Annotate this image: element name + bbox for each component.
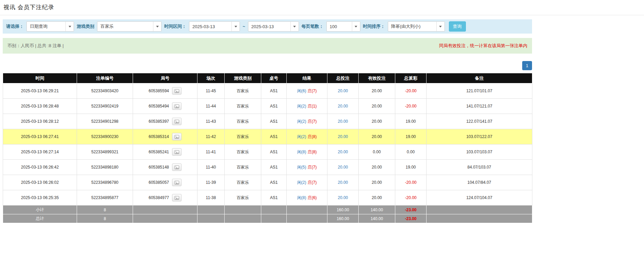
video-replay-icon	[174, 150, 179, 154]
cell-note: 103.07/103.07	[427, 144, 532, 160]
banker-result: 庄(1)	[308, 104, 317, 109]
round-id-text: 605384977	[149, 195, 169, 200]
player-result: 闲(2)	[297, 180, 306, 185]
subtotal-payout: -23.00	[395, 206, 427, 214]
round-id-text: 605385494	[149, 104, 169, 109]
column-header-result: 结果	[287, 73, 327, 83]
cell-valid-bet: 0.00	[359, 144, 395, 160]
empty-cell	[133, 214, 197, 223]
cell-table-no: AS1	[261, 175, 287, 190]
video-replay-icon	[174, 120, 179, 123]
empty-cell	[225, 206, 261, 214]
cell-bet-id: 522334899321	[77, 144, 133, 160]
round-id-text: 605385241	[149, 150, 169, 154]
table-row: 2025-03-13 06:28:48 522334902419 6053854…	[3, 99, 532, 114]
empty-cell	[197, 206, 225, 214]
cell-valid-bet: 20.00	[359, 160, 395, 175]
cell-session: 11-45	[197, 83, 225, 99]
cell-total-bet: 20.00	[327, 99, 359, 114]
video-replay-icon	[174, 135, 179, 139]
cell-game-category: 百家乐	[225, 190, 261, 206]
cell-bet-id: 522334898180	[77, 160, 133, 175]
cell-bet-id: 522334901298	[77, 114, 133, 129]
subtotal-count: 8	[77, 206, 133, 214]
bet-records-table: 时间 注单编号 局号 场次 游戏类别 桌号 结果 总投注 有效投注 总派彩 备注…	[3, 73, 532, 223]
cell-result: 闲(6)庄(7)	[287, 83, 327, 99]
cell-result: 闲(2)庄(1)	[287, 99, 327, 114]
banker-result: 庄(8)	[308, 150, 317, 154]
cell-payout: -20.00	[395, 175, 427, 190]
search-button[interactable]: 查询	[449, 21, 466, 32]
chevron-down-icon	[65, 22, 74, 31]
cell-bet-id: 522334895877	[77, 190, 133, 206]
grand-total-total-bet: 160.00	[327, 214, 359, 223]
cell-game-category: 百家乐	[225, 83, 261, 99]
cell-bet-id: 522334902419	[77, 99, 133, 114]
page-size-value: 100	[327, 24, 340, 29]
banker-result: 庄(6)	[308, 195, 317, 200]
cell-bet-id: 522334900230	[77, 129, 133, 144]
column-header-valid-bet: 有效投注	[359, 73, 395, 83]
cell-bet-id: 522334903420	[77, 83, 133, 99]
sort-order-label: 时间排序：	[363, 23, 385, 30]
page-button-1[interactable]: 1	[522, 61, 532, 70]
date-from-select[interactable]: 2025-03-13	[189, 21, 240, 32]
query-type-value: 日期查询	[27, 23, 51, 30]
query-type-label: 请选择：	[6, 23, 24, 30]
cell-game-category: 百家乐	[225, 99, 261, 114]
cell-bet-id: 522334896780	[77, 175, 133, 190]
replay-button[interactable]	[172, 194, 182, 201]
replay-button[interactable]	[172, 118, 182, 125]
date-to-select[interactable]: 2025-03-13	[248, 21, 299, 32]
cell-round-id: 605384977	[133, 190, 197, 206]
query-type-select[interactable]: 日期查询	[26, 21, 74, 32]
empty-cell	[427, 206, 532, 214]
replay-button[interactable]	[172, 87, 182, 95]
banker-result: 庄(7)	[308, 180, 317, 185]
cell-round-id: 605385397	[133, 114, 197, 129]
cell-valid-bet: 20.00	[359, 175, 395, 190]
cell-game-category: 百家乐	[225, 114, 261, 129]
cell-table-no: AS1	[261, 114, 287, 129]
replay-button[interactable]	[172, 133, 182, 140]
empty-cell	[427, 214, 532, 223]
replay-button[interactable]	[172, 163, 182, 171]
cell-result: 闲(8)庄(6)	[287, 190, 327, 206]
cell-time: 2025-03-13 06:28:48	[3, 99, 77, 114]
video-replay-icon	[174, 196, 179, 200]
column-header-table-no: 桌号	[261, 73, 287, 83]
sort-order-select[interactable]: 降幂(由大到小)	[388, 21, 445, 32]
replay-button[interactable]	[172, 102, 182, 110]
replay-button[interactable]	[172, 179, 182, 186]
column-header-round-id: 局号	[133, 73, 197, 83]
cell-table-no: AS1	[261, 160, 287, 175]
video-replay-icon	[174, 165, 179, 169]
cell-game-category: 百家乐	[225, 129, 261, 144]
video-replay-icon	[174, 104, 179, 108]
column-header-session: 场次	[197, 73, 225, 83]
sort-order-value: 降幂(由大到小)	[388, 23, 424, 30]
cell-note: 122.07/141.07	[427, 114, 532, 129]
table-body: 2025-03-13 06:29:21 522334903420 6053855…	[3, 83, 532, 206]
banker-result: 庄(7)	[308, 165, 317, 170]
cell-note: 121.07/101.07	[427, 83, 532, 99]
cell-time: 2025-03-13 06:27:14	[3, 144, 77, 160]
cell-result: 闲(2)庄(7)	[287, 175, 327, 190]
banker-result: 庄(7)	[308, 119, 317, 124]
round-id-text: 605385148	[149, 165, 169, 170]
empty-cell	[261, 214, 287, 223]
page-size-label: 每页笔数：	[302, 23, 324, 30]
game-category-select[interactable]: 百家乐	[97, 21, 162, 32]
cell-round-id: 605385241	[133, 144, 197, 160]
empty-cell	[261, 206, 287, 214]
video-replay-icon	[174, 89, 179, 93]
replay-button[interactable]	[172, 148, 182, 156]
round-id-text: 605385397	[149, 119, 169, 124]
page-size-select[interactable]: 100	[326, 21, 360, 32]
player-result: 闲(5)	[297, 165, 306, 170]
cell-session: 11-40	[197, 160, 225, 175]
cell-session: 11-39	[197, 175, 225, 190]
table-row: 2025-03-13 06:27:14 522334899321 6053852…	[3, 144, 532, 160]
cell-table-no: AS1	[261, 144, 287, 160]
round-id-text: 605385057	[149, 180, 169, 185]
